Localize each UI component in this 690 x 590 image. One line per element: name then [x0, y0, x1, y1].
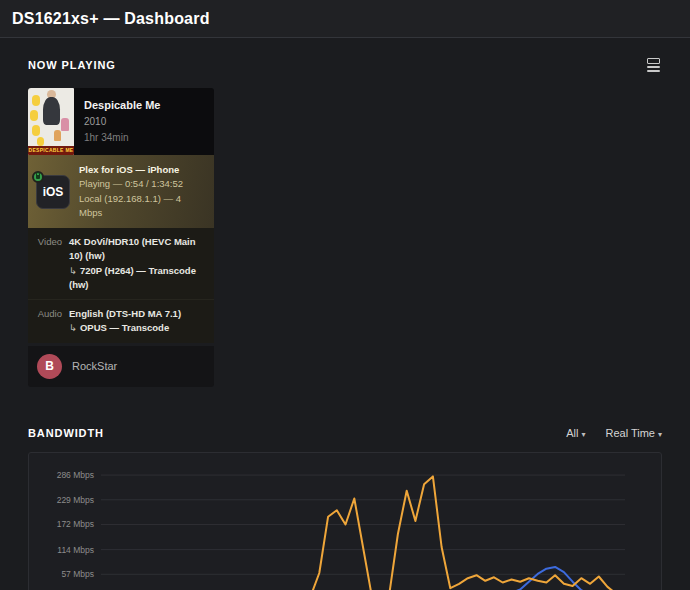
bandwidth-chart-panel: 57 Mbps114 Mbps172 Mbps229 Mbps286 Mbps2… [28, 452, 662, 590]
svg-text:57 Mbps: 57 Mbps [61, 569, 94, 579]
video-source: 4K DoVi/HDR10 (HEVC Main 10) (hw) [69, 235, 206, 264]
sessions-icon-bar-outline [647, 58, 660, 64]
bandwidth-header: BANDWIDTH All▾ Real Time▾ [28, 427, 662, 439]
poster-art [61, 118, 69, 131]
session-details: Plex for iOS — iPhone Playing — 0:54 / 1… [79, 163, 206, 220]
now-playing-label: NOW PLAYING [28, 59, 116, 71]
video-target: ↳720P (H264) — Transcode (hw) [69, 264, 206, 293]
audio-label: Audio [36, 307, 62, 336]
ios-platform-tile: iOS [36, 175, 70, 209]
audio-stream-info: English (DTS-HD MA 7.1) ↳OPUS — Transcod… [69, 307, 181, 336]
bandwidth-chart: 57 Mbps114 Mbps172 Mbps229 Mbps286 Mbps2… [29, 453, 661, 590]
sessions-icon-bar [647, 70, 660, 72]
audio-source: English (DTS-HD MA 7.1) [69, 307, 181, 321]
svg-text:114 Mbps: 114 Mbps [57, 544, 94, 554]
svg-text:286 Mbps: 286 Mbps [57, 470, 94, 480]
chevron-down-icon: ▾ [658, 430, 662, 439]
ios-platform-label: iOS [43, 185, 64, 199]
page-title: DS1621xs+ — Dashboard [12, 10, 210, 28]
svg-text:229 Mbps: 229 Mbps [57, 494, 94, 504]
video-stream-info: 4K DoVi/HDR10 (HEVC Main 10) (hw) ↳720P … [69, 235, 206, 292]
bandwidth-label: BANDWIDTH [28, 427, 104, 439]
poster-art [32, 95, 40, 106]
playback-session-row[interactable]: iOS Plex for iOS — iPhone Playing — 0:54… [28, 155, 214, 228]
filter-time-dropdown[interactable]: Real Time▾ [605, 427, 662, 439]
media-title: Despicable Me [84, 97, 160, 114]
video-stream-row: Video 4K DoVi/HDR10 (HEVC Main 10) (hw) … [28, 228, 214, 299]
poster-caption: DESPICABLE ME [28, 146, 74, 155]
media-info-row: DESPICABLE ME Despicable Me 2010 1hr 34m… [28, 88, 214, 155]
media-metadata: Despicable Me 2010 1hr 34min [84, 88, 160, 155]
sessions-icon-bar [647, 66, 660, 68]
poster-art [32, 125, 40, 136]
media-year: 2010 [84, 114, 160, 130]
main-content: NOW PLAYING DESPICABLE ME Despicable Me [0, 38, 690, 590]
movie-poster[interactable]: DESPICABLE ME [28, 88, 74, 155]
poster-art [37, 137, 44, 146]
now-playing-header: NOW PLAYING [28, 56, 662, 74]
bandwidth-filters: All▾ Real Time▾ [566, 427, 662, 439]
filter-scope-dropdown[interactable]: All▾ [566, 427, 585, 439]
video-label: Video [36, 235, 62, 292]
user-avatar: B [37, 354, 62, 379]
session-player: Plex for iOS — iPhone [79, 163, 206, 177]
user-name: RockStar [72, 360, 117, 372]
session-progress: Playing — 0:54 / 1:34:52 [79, 177, 206, 191]
poster-art [54, 130, 61, 141]
poster-art [30, 110, 38, 121]
audio-stream-row: Audio English (DTS-HD MA 7.1) ↳OPUS — Tr… [28, 299, 214, 343]
session-connection: Local (192.168.1.1) — 4 Mbps [79, 192, 206, 221]
transcode-arrow-icon: ↳ [69, 265, 77, 276]
poster-art [43, 97, 60, 125]
media-duration: 1hr 34min [84, 130, 160, 146]
bandwidth-section: BANDWIDTH All▾ Real Time▾ 57 Mbps114 Mbp… [28, 427, 662, 590]
svg-text:172 Mbps: 172 Mbps [57, 519, 94, 529]
secure-connection-badge [32, 171, 44, 183]
sessions-list-icon[interactable] [645, 56, 662, 74]
bandwidth-chart-svg: 57 Mbps114 Mbps172 Mbps229 Mbps286 Mbps2… [35, 461, 655, 590]
page-header: DS1621xs+ — Dashboard [0, 0, 690, 38]
lock-icon [36, 175, 40, 179]
chevron-down-icon: ▾ [581, 430, 585, 439]
audio-target: ↳OPUS — Transcode [69, 321, 181, 335]
now-playing-card[interactable]: DESPICABLE ME Despicable Me 2010 1hr 34m… [28, 88, 214, 387]
user-row[interactable]: B RockStar [28, 346, 214, 387]
transcode-arrow-icon: ↳ [69, 322, 77, 333]
stream-details-block: Video 4K DoVi/HDR10 (HEVC Main 10) (hw) … [28, 228, 214, 343]
